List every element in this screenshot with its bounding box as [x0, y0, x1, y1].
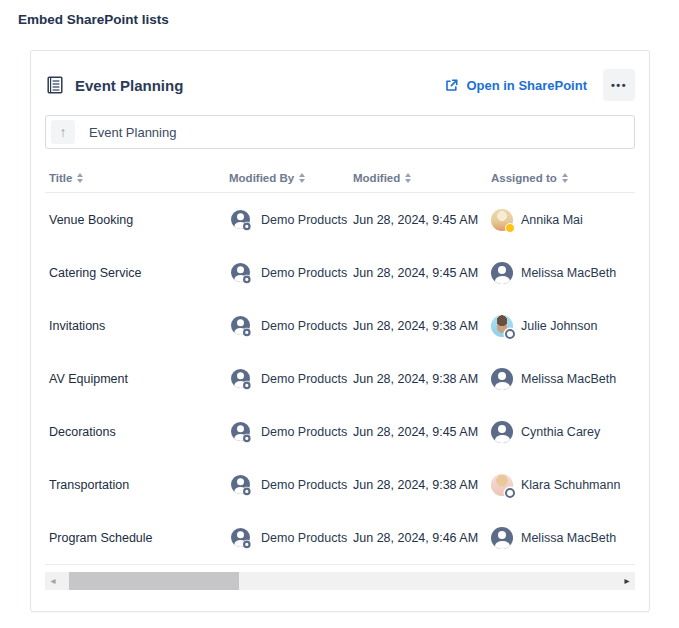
column-label: Assigned to: [491, 172, 557, 184]
column-header-modified[interactable]: Modified: [353, 172, 491, 184]
cell-modified-date: Jun 28, 2024, 9:45 AM: [353, 425, 491, 439]
cell-assigned-to: Klara Schuhmann: [491, 474, 635, 496]
cell-assigned-to: Annika Mai: [491, 209, 635, 231]
table-header-row: Title Modified By Modified Assigned to: [45, 163, 635, 193]
cell-modified-by: Demo Products: [229, 208, 353, 232]
avatar-image: [491, 527, 513, 549]
breadcrumb-current-folder: Event Planning: [89, 125, 176, 140]
more-icon: •••: [611, 79, 627, 91]
page-title: Embed SharePoint lists: [18, 12, 169, 27]
person-icon: [229, 367, 253, 391]
cell-modified-date: Jun 28, 2024, 9:46 AM: [353, 531, 491, 545]
cell-assigned-to: Melissa MacBeth: [491, 527, 635, 549]
assigned-name: Melissa MacBeth: [521, 531, 616, 545]
table-row[interactable]: AV Equipment Demo Products Jun 28, 2024,…: [45, 352, 635, 405]
table-row[interactable]: Program Schedule Demo Products Jun 28, 2…: [45, 511, 635, 564]
cell-modified-by: Demo Products: [229, 526, 353, 550]
table-row[interactable]: Venue Booking Demo Products Jun 28, 2024…: [45, 193, 635, 246]
avatar: [491, 421, 513, 443]
person-icon: [229, 526, 253, 550]
column-header-modified-by[interactable]: Modified By: [229, 172, 353, 184]
cell-title[interactable]: Catering Service: [45, 266, 229, 280]
assigned-name: Melissa MacBeth: [521, 372, 616, 386]
person-icon: [229, 261, 253, 285]
presence-badge: [505, 488, 515, 498]
sharepoint-list-card: Event Planning Open in SharePoint ••• ↑: [30, 50, 650, 612]
table-row[interactable]: Invitations Demo Products Jun 28, 2024, …: [45, 299, 635, 352]
card-header: Event Planning Open in SharePoint •••: [45, 68, 635, 102]
open-in-sharepoint-link[interactable]: Open in SharePoint: [444, 78, 587, 93]
modified-by-name: Demo Products: [261, 319, 347, 333]
assigned-name: Annika Mai: [521, 213, 583, 227]
column-label: Modified By: [229, 172, 294, 184]
cell-modified-date: Jun 28, 2024, 9:38 AM: [353, 372, 491, 386]
navigate-up-button[interactable]: ↑: [51, 120, 75, 144]
table-body: Venue Booking Demo Products Jun 28, 2024…: [45, 193, 635, 565]
cell-modified-date: Jun 28, 2024, 9:38 AM: [353, 319, 491, 333]
cell-modified-by: Demo Products: [229, 473, 353, 497]
cell-assigned-to: Cynthia Carey: [491, 421, 635, 443]
assigned-name: Julie Johnson: [521, 319, 597, 333]
table-row[interactable]: Decorations Demo Products Jun 28, 2024, …: [45, 405, 635, 458]
scroll-left-arrow-icon[interactable]: ◄: [45, 572, 61, 590]
avatar-image: [491, 262, 513, 284]
table-row[interactable]: Transportation Demo Products Jun 28, 202…: [45, 458, 635, 511]
modified-by-name: Demo Products: [261, 531, 347, 545]
cell-assigned-to: Melissa MacBeth: [491, 262, 635, 284]
cell-title[interactable]: AV Equipment: [45, 372, 229, 386]
cell-title[interactable]: Transportation: [45, 478, 229, 492]
cell-modified-by: Demo Products: [229, 420, 353, 444]
avatar-image: [491, 368, 513, 390]
scrollbar-thumb[interactable]: [69, 572, 239, 590]
column-header-title[interactable]: Title: [45, 172, 229, 184]
avatar: [491, 315, 513, 337]
modified-by-name: Demo Products: [261, 478, 347, 492]
table-row[interactable]: Catering Service Demo Products Jun 28, 2…: [45, 246, 635, 299]
sort-icon: [562, 173, 568, 183]
avatar-image: [491, 421, 513, 443]
cell-modified-date: Jun 28, 2024, 9:38 AM: [353, 478, 491, 492]
avatar: [491, 368, 513, 390]
sort-icon: [405, 173, 411, 183]
cell-modified-by: Demo Products: [229, 314, 353, 338]
cell-modified-by: Demo Products: [229, 367, 353, 391]
presence-badge: [505, 223, 515, 233]
horizontal-scrollbar[interactable]: ◄ ►: [45, 572, 635, 590]
assigned-name: Melissa MacBeth: [521, 266, 616, 280]
column-header-assigned-to[interactable]: Assigned to: [491, 172, 635, 184]
cell-title[interactable]: Decorations: [45, 425, 229, 439]
external-link-icon: [444, 78, 459, 93]
more-options-button[interactable]: •••: [603, 69, 635, 101]
scroll-right-arrow-icon[interactable]: ►: [619, 572, 635, 590]
assigned-name: Klara Schuhmann: [521, 478, 620, 492]
person-icon: [229, 208, 253, 232]
cell-modified-date: Jun 28, 2024, 9:45 AM: [353, 213, 491, 227]
cell-modified-by: Demo Products: [229, 261, 353, 285]
header-actions: Open in SharePoint •••: [444, 69, 635, 101]
modified-by-name: Demo Products: [261, 425, 347, 439]
sort-icon: [299, 173, 305, 183]
cell-title[interactable]: Program Schedule: [45, 531, 229, 545]
avatar: [491, 474, 513, 496]
modified-by-name: Demo Products: [261, 266, 347, 280]
person-icon: [229, 314, 253, 338]
person-icon: [229, 473, 253, 497]
avatar: [491, 209, 513, 231]
list-title: Event Planning: [75, 77, 183, 94]
column-label: Modified: [353, 172, 400, 184]
open-link-label: Open in SharePoint: [466, 78, 587, 93]
presence-badge: [505, 329, 515, 339]
modified-by-name: Demo Products: [261, 213, 347, 227]
assigned-name: Cynthia Carey: [521, 425, 600, 439]
cell-title[interactable]: Venue Booking: [45, 213, 229, 227]
person-icon: [229, 420, 253, 444]
avatar: [491, 262, 513, 284]
sort-icon: [77, 173, 83, 183]
column-label: Title: [49, 172, 72, 184]
cell-assigned-to: Julie Johnson: [491, 315, 635, 337]
cell-title[interactable]: Invitations: [45, 319, 229, 333]
list-icon: [45, 75, 65, 95]
avatar: [491, 527, 513, 549]
up-arrow-icon: ↑: [60, 124, 67, 140]
cell-modified-date: Jun 28, 2024, 9:45 AM: [353, 266, 491, 280]
